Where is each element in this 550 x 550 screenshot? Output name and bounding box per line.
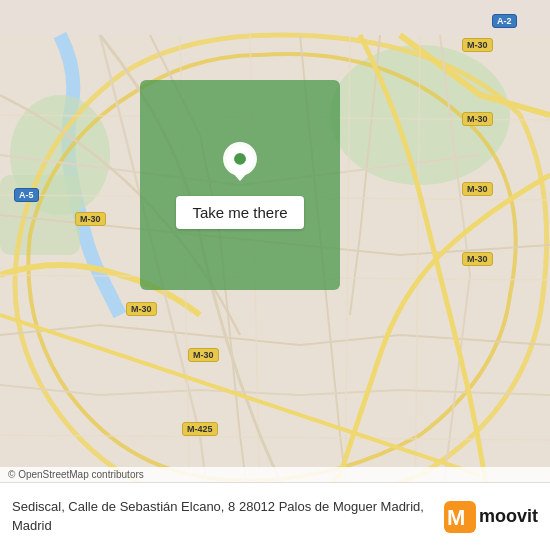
bottom-bar: Sediscal, Calle de Sebastián Elcano, 8 2… xyxy=(0,482,550,550)
road-badge-a5: A-5 xyxy=(14,188,39,202)
map-container: A-2 M-30 M-30 M-30 M-30 A-5 M-30 M-30 M-… xyxy=(0,0,550,550)
moovit-logo-icon: M xyxy=(444,501,476,533)
svg-point-5 xyxy=(234,153,246,165)
road-badge-m30-1: M-30 xyxy=(462,38,493,52)
svg-text:M: M xyxy=(447,505,465,530)
road-badge-m30-7: M-30 xyxy=(188,348,219,362)
road-badge-m30-5: M-30 xyxy=(75,212,106,226)
location-pin-icon xyxy=(218,142,262,186)
attribution-bar: © OpenStreetMap contributors xyxy=(0,467,550,482)
moovit-brand-text: moovit xyxy=(479,506,538,527)
moovit-logo: M moovit xyxy=(444,501,538,533)
road-badge-m30-6: M-30 xyxy=(126,302,157,316)
road-badge-m30-2: M-30 xyxy=(462,112,493,126)
address-text: Sediscal, Calle de Sebastián Elcano, 8 2… xyxy=(12,498,444,534)
attribution-text: © OpenStreetMap contributors xyxy=(8,469,144,480)
take-me-there-button[interactable]: Take me there xyxy=(176,196,303,229)
highlight-panel: Take me there xyxy=(140,80,340,290)
road-badge-m30-3: M-30 xyxy=(462,182,493,196)
svg-rect-3 xyxy=(0,175,80,255)
road-badge-m30-4: M-30 xyxy=(462,252,493,266)
road-badge-m425: M-425 xyxy=(182,422,218,436)
road-badge-a2: A-2 xyxy=(492,14,517,28)
